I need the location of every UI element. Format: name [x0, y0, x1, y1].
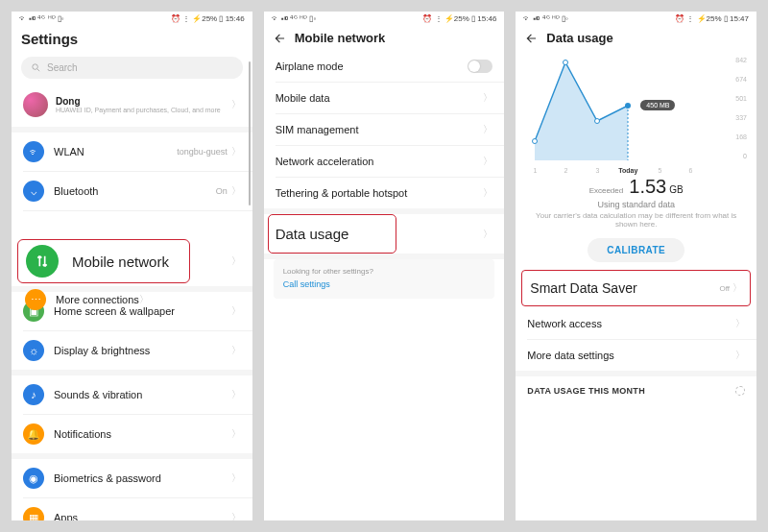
page-title: Mobile network — [295, 31, 386, 45]
status-left: ᯤ ▪◧ ⁴ᴳ ᴴᴰ ▯◦ — [272, 14, 317, 23]
screen-settings: ᯤ ▪◧ ⁴ᴳ ᴴᴰ ▯◦ ⏰ ⋮ ⚡25% ▯ 15:46 Settings … — [12, 12, 252, 520]
chevron-right-icon: 〉 — [483, 228, 492, 241]
row-airplane-mode[interactable]: Airplane mode — [264, 51, 505, 82]
svg-marker-1 — [535, 62, 628, 160]
apps-icon: ▦ — [23, 507, 44, 520]
wifi-icon: ᯤ — [23, 141, 44, 162]
y-tick: 0 — [743, 153, 747, 159]
status-right: ⏰ ⋮ ⚡25% ▯ 15:46 — [171, 14, 245, 23]
status-bar: ᯤ ▪◧ ⁴ᴳ ᴴᴰ ▯◦ ⏰ ⋮ ⚡25% ▯ 15:46 — [12, 12, 252, 23]
svg-point-4 — [564, 60, 568, 65]
page-title: Data usage — [546, 31, 612, 45]
chevron-right-icon: 〉 — [483, 123, 492, 136]
row-label: Sounds & vibration — [54, 389, 231, 400]
other-settings-text: Looking for other settings? — [283, 267, 373, 276]
header: Data usage — [516, 23, 756, 51]
chevron-right-icon: 〉 — [735, 349, 745, 362]
header: Mobile network — [264, 23, 505, 51]
row-biometrics[interactable]: ◉ Biometrics & password 〉 — [12, 459, 252, 497]
profile-sub: HUAWEI ID, Payment and purchases, Cloud,… — [56, 107, 231, 113]
scrollbar[interactable] — [249, 61, 251, 206]
row-more-data-settings[interactable]: More data settings 〉 — [516, 340, 756, 371]
profile-row[interactable]: Dong HUAWEI ID, Payment and purchases, C… — [12, 86, 252, 127]
screen-mobile-network: ᯤ ▪◧ ⁴ᴳ ᴴᴰ ▯◦ ⏰ ⋮ ⚡25% ▯ 15:46 Mobile ne… — [264, 12, 505, 520]
svg-point-3 — [533, 139, 538, 144]
row-label: Data usage — [276, 226, 484, 242]
row-label: WLAN — [54, 146, 177, 157]
other-settings-box: Looking for other settings? Call setting… — [274, 259, 495, 299]
toggle-airplane[interactable] — [468, 60, 492, 73]
carrier-notice: Your carrier's data calculation may be d… — [516, 209, 756, 230]
x-tick: 3 — [595, 167, 599, 174]
row-tethering[interactable]: Tethering & portable hotspot 〉 — [264, 178, 505, 208]
chevron-right-icon: 〉 — [231, 184, 241, 198]
y-tick: 842 — [735, 57, 747, 63]
x-tick: 5 — [658, 167, 661, 174]
row-label: Biometrics & password — [54, 472, 231, 484]
chevron-right-icon: 〉 — [231, 427, 241, 441]
row-label: Smart Data Saver — [530, 280, 719, 296]
row-label: Network acceleration — [276, 156, 484, 167]
row-label: Display & brightness — [54, 345, 231, 356]
usage-summary: Exceeded 1.53 GB Using standard data You… — [516, 172, 756, 232]
callout-label: Mobile network — [72, 254, 169, 270]
row-value: Off — [719, 284, 730, 293]
row-label: Airplane mode — [276, 60, 468, 72]
chevron-right-icon: 〉 — [231, 511, 241, 520]
mobile-network-icon — [26, 245, 59, 278]
x-tick: 1 — [533, 167, 537, 174]
row-value: tongbu-guest — [177, 147, 228, 157]
chevron-right-icon: 〉 — [483, 186, 492, 200]
y-tick: 337 — [735, 114, 747, 121]
row-sounds[interactable]: ♪ Sounds & vibration 〉 — [12, 375, 252, 414]
row-network-access[interactable]: Network access 〉 — [516, 308, 756, 339]
row-wlan[interactable]: ᯤ WLAN tongbu-guest 〉 — [12, 133, 252, 171]
calibrate-button[interactable]: CALIBRATE — [588, 238, 684, 262]
status-right: ⏰ ⋮ ⚡25% ▯ 15:46 — [422, 14, 496, 23]
callout-mobile-network[interactable]: Mobile network — [17, 239, 190, 283]
chevron-right-icon: 〉 — [231, 388, 241, 401]
sound-icon: ♪ — [23, 384, 44, 405]
row-network-acceleration[interactable]: Network acceleration 〉 — [264, 146, 505, 177]
x-tick: Today — [618, 167, 637, 174]
search-icon — [31, 62, 41, 73]
status-right: ⏰ ⋮ ⚡25% ▯ 15:47 — [675, 14, 749, 23]
usage-unit: GB — [669, 184, 683, 195]
x-tick: 2 — [564, 167, 567, 174]
row-label: Bluetooth — [54, 185, 216, 197]
chevron-right-icon: 〉 — [735, 317, 745, 330]
row-label: Network access — [527, 318, 735, 329]
row-smart-data-saver[interactable]: Smart Data Saver Off 〉 — [521, 270, 751, 306]
loading-spinner-icon — [735, 386, 745, 396]
row-apps[interactable]: ▦ Apps 〉 — [12, 498, 252, 520]
svg-point-5 — [595, 119, 600, 124]
usage-chart: 450 MB 842 674 501 337 168 0 1 2 3 Today… — [516, 51, 756, 172]
y-tick: 674 — [735, 76, 747, 83]
chevron-right-icon: 〉 — [231, 344, 241, 357]
row-label: Notifications — [54, 428, 231, 440]
row-mobile-data[interactable]: Mobile data 〉 — [264, 83, 505, 113]
row-display[interactable]: ☼ Display & brightness 〉 — [12, 331, 252, 370]
usage-amount: 1.53 — [629, 176, 666, 198]
row-sim-management[interactable]: SIM management 〉 — [264, 114, 505, 145]
row-data-usage[interactable]: Data usage 〉 — [264, 214, 505, 254]
page-title: Settings — [21, 31, 78, 47]
y-tick: 168 — [735, 133, 747, 140]
row-more-connections[interactable]: ⋯ More connections 〉 — [17, 280, 247, 319]
chart-tooltip: 450 MB — [640, 100, 675, 110]
avatar — [23, 92, 48, 117]
chevron-right-icon: 〉 — [231, 98, 241, 111]
chart-plot — [525, 57, 717, 162]
chevron-right-icon: 〉 — [139, 293, 149, 306]
back-icon[interactable] — [274, 32, 287, 45]
call-settings-link[interactable]: Call settings — [283, 279, 486, 289]
exceeded-label: Exceeded — [589, 186, 624, 195]
svg-point-6 — [625, 103, 631, 109]
row-label: More connections — [56, 294, 139, 305]
row-label: SIM management — [276, 124, 484, 135]
row-label: Apps — [54, 512, 231, 520]
row-notifications[interactable]: 🔔 Notifications 〉 — [12, 415, 252, 453]
search-input[interactable]: Search — [21, 57, 243, 79]
back-icon[interactable] — [525, 32, 539, 45]
row-bluetooth[interactable]: ⌵ Bluetooth On 〉 — [12, 172, 252, 210]
